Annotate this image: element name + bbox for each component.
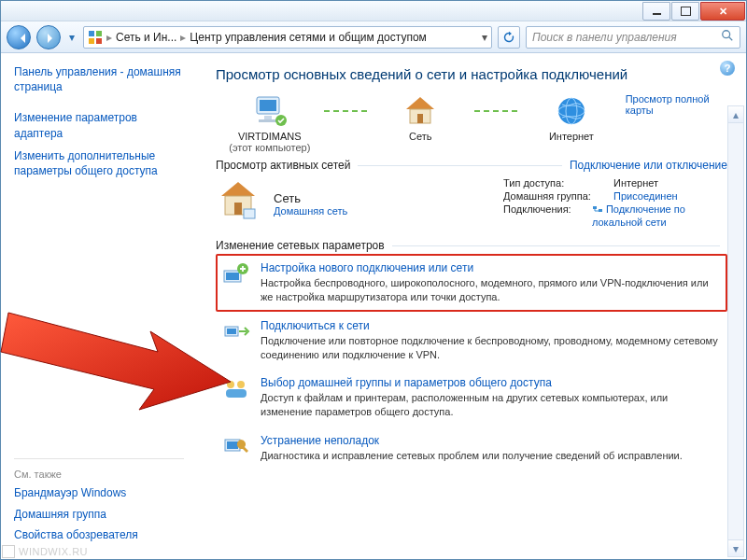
active-network-category-link[interactable]: Домашняя сеть (274, 205, 347, 217)
page-title: Просмотр основных сведений о сети и наст… (216, 66, 727, 82)
see-also-section: См. также Брандмауэр Windows Домашняя гр… (14, 451, 184, 548)
back-button[interactable] (7, 25, 31, 49)
prop-access-value: Интернет (613, 177, 658, 189)
task-title-link[interactable]: Устранение неполадок (261, 434, 722, 447)
task-icon (221, 319, 251, 345)
svg-rect-2 (89, 38, 94, 44)
control-panel-icon (88, 30, 103, 45)
see-also-internet-options[interactable]: Свойства обозревателя (14, 527, 184, 542)
prop-connections-link[interactable]: Подключение по локальной сети (592, 203, 727, 228)
svg-rect-32 (227, 441, 238, 449)
address-bar[interactable]: ▸ Сеть и Ин... ▸ Центр управления сетями… (83, 26, 492, 49)
see-also-label: См. также (14, 458, 184, 480)
svg-point-29 (237, 381, 245, 388)
watermark: WINDWIX.RU (2, 545, 88, 558)
tasks-list: Настройка нового подключения или сетиНас… (216, 254, 727, 470)
chevron-right-icon: ▸ (180, 31, 186, 44)
svg-marker-17 (221, 182, 255, 196)
chevron-right-icon: ▸ (106, 31, 112, 44)
task-text: Настройка нового подключения или сетиНас… (261, 261, 722, 304)
main-panel: ? Просмотр основных сведений о сети и на… (197, 53, 746, 559)
svg-rect-20 (244, 209, 255, 218)
task-text: Подключиться к сетиПодключение или повто… (261, 319, 722, 362)
chevron-down-icon[interactable]: ▾ (482, 31, 487, 44)
watermark-text: WINDWIX.RU (19, 546, 88, 557)
map-node3-label: Интернет (517, 131, 626, 142)
see-also-homegroup[interactable]: Домашняя группа (14, 507, 184, 522)
close-button[interactable] (700, 2, 745, 21)
map-node-network[interactable]: Сеть (367, 93, 475, 142)
globe-icon (517, 93, 626, 129)
forward-button[interactable] (36, 25, 61, 49)
breadcrumb-part-1[interactable]: Сеть и Ин... (116, 31, 176, 44)
sidebar-adapter-link[interactable]: Изменение параметров адаптера (14, 110, 184, 140)
map-node-computer[interactable]: VIRTDIMANS (этот компьютер) (216, 93, 324, 153)
svg-rect-13 (417, 114, 423, 123)
svg-rect-24 (226, 273, 239, 280)
sidebar: Панель управления - домашняя страница Из… (1, 53, 197, 559)
svg-marker-11 (406, 97, 434, 109)
svg-rect-9 (259, 119, 277, 122)
svg-point-4 (723, 31, 730, 38)
svg-rect-8 (264, 116, 272, 119)
search-icon (721, 29, 734, 45)
task-title-link[interactable]: Выбор домашней группы и параметров общег… (261, 376, 722, 389)
task-text: Выбор домашней группы и параметров общег… (261, 376, 722, 419)
content-body: Панель управления - домашняя страница Из… (1, 53, 746, 559)
svg-line-5 (729, 37, 733, 41)
prop-access-label: Тип доступа: (503, 177, 608, 189)
map-connector-1 (324, 93, 367, 129)
svg-rect-19 (234, 203, 242, 215)
task-2[interactable]: Выбор домашней группы и параметров общег… (216, 369, 727, 427)
task-title-link[interactable]: Настройка нового подключения или сети (261, 261, 722, 274)
sidebar-sharing-link[interactable]: Изменить дополнительные параметры общего… (14, 148, 184, 178)
task-desc: Диагностика и исправление сетевых пробле… (261, 449, 722, 463)
prop-connections-label: Подключения: (503, 203, 586, 228)
maximize-button[interactable] (671, 2, 699, 21)
network-map: VIRTDIMANS (этот компьютер) Сеть Интерне… (216, 93, 727, 153)
sidebar-home-link[interactable]: Панель управления - домашняя страница (14, 64, 184, 94)
svg-rect-7 (260, 100, 276, 111)
search-placeholder: Поиск в панели управления (532, 31, 677, 44)
change-settings-heading: Изменение сетевых параметров (216, 239, 727, 252)
task-3[interactable]: Устранение неполадокДиагностика и исправ… (216, 427, 727, 470)
window-frame: ▾ ▸ Сеть и Ин... ▸ Центр управления сетя… (0, 0, 747, 560)
lan-icon (592, 203, 603, 217)
task-title-link[interactable]: Подключиться к сети (261, 319, 722, 332)
active-networks-label: Просмотр активных сетей (216, 159, 350, 172)
see-also-firewall[interactable]: Брандмауэр Windows (14, 485, 184, 500)
help-icon[interactable]: ? (720, 61, 735, 76)
house-network-icon (367, 93, 475, 129)
search-input[interactable]: Поиск в панели управления (526, 26, 740, 49)
map-node1-sub: (этот компьютер) (216, 142, 324, 153)
minimize-button[interactable] (642, 2, 670, 21)
watermark-icon (2, 545, 15, 558)
prop-homegroup-link[interactable]: Присоединен (613, 190, 678, 202)
map-connector-2 (474, 93, 517, 129)
svg-rect-0 (89, 31, 94, 36)
svg-rect-27 (227, 329, 236, 334)
change-settings-label: Изменение сетевых параметров (216, 239, 385, 252)
scroll-up-icon[interactable]: ▴ (728, 106, 743, 123)
breadcrumb-part-2[interactable]: Центр управления сетями и общим доступом (190, 31, 427, 44)
active-networks-heading: Просмотр активных сетей Подключение или … (216, 159, 727, 172)
svg-rect-3 (96, 38, 102, 44)
active-network-props: Тип доступа: Интернет Домашняя группа: П… (503, 177, 727, 230)
refresh-button[interactable] (498, 26, 520, 49)
svg-rect-30 (226, 389, 247, 398)
active-network-info: Сеть Домашняя сеть (274, 177, 347, 230)
view-full-map-link[interactable]: Просмотр полной карты (626, 93, 727, 116)
svg-point-14 (558, 98, 585, 124)
task-1[interactable]: Подключиться к сетиПодключение или повто… (216, 312, 727, 370)
window-control-buttons (642, 1, 746, 21)
map-node-internet[interactable]: Интернет (517, 93, 626, 142)
vertical-scrollbar[interactable]: ▴ ▾ (727, 105, 744, 557)
history-dropdown-icon[interactable]: ▾ (66, 25, 78, 49)
active-network-name: Сеть (274, 191, 347, 205)
scroll-down-icon[interactable]: ▾ (728, 539, 743, 556)
connect-disconnect-link[interactable]: Подключение или отключение (570, 159, 727, 172)
task-0[interactable]: Настройка нового подключения или сетиНас… (216, 254, 727, 312)
task-icon (221, 434, 251, 460)
home-network-icon (216, 177, 261, 222)
task-desc: Подключение или повторное подключение к … (261, 334, 722, 362)
